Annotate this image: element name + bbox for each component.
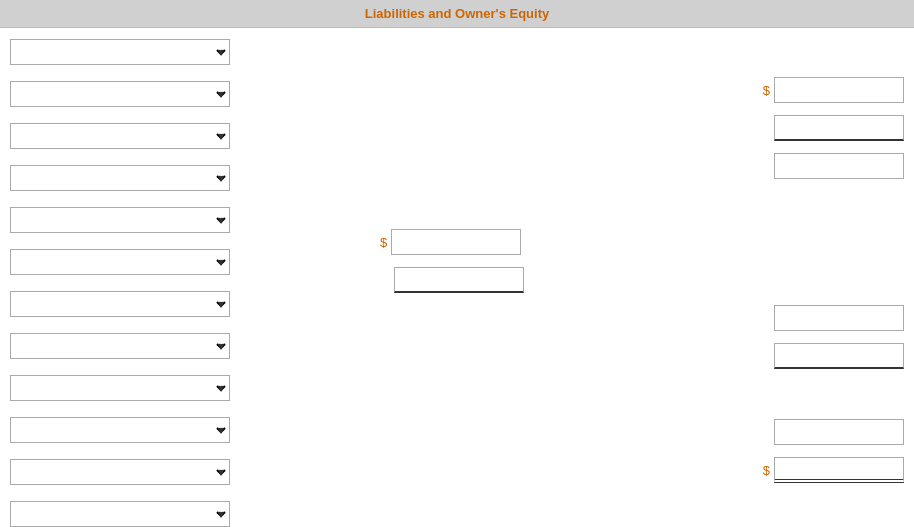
page-wrapper: Liabilities and Owner's Equity: [0, 0, 914, 527]
right-input-4[interactable]: [774, 153, 904, 179]
dropdown-3[interactable]: [10, 123, 230, 149]
right-input-9[interactable]: [774, 343, 904, 369]
dollar-sign-mid-6: $: [380, 235, 387, 250]
dropdown-1[interactable]: [10, 39, 230, 65]
right-spacer-6: [734, 226, 904, 258]
dropdown-wrapper-10: [10, 417, 230, 443]
dropdown-wrapper-1: [10, 39, 230, 65]
dropdown-wrapper-4: [10, 165, 230, 191]
dropdown-row-11: [10, 456, 340, 488]
mid-spacer-8: [380, 302, 734, 334]
dropdown-7[interactable]: [10, 291, 230, 317]
dropdown-8[interactable]: [10, 333, 230, 359]
dropdown-wrapper-5: [10, 207, 230, 233]
mid-spacer-9: [380, 340, 734, 372]
dropdown-wrapper-6: [10, 249, 230, 275]
dropdown-wrapper-7: [10, 291, 230, 317]
right-input-2[interactable]: [774, 77, 904, 103]
right-spacer-10: [734, 378, 904, 410]
mid-spacer-5: [380, 188, 734, 220]
right-row-3: [734, 112, 904, 144]
right-row-11: [734, 416, 904, 448]
mid-input-6[interactable]: [391, 229, 521, 255]
dropdown-2[interactable]: [10, 81, 230, 107]
dropdown-wrapper-12: [10, 501, 230, 527]
right-row-4: [734, 150, 904, 182]
mid-spacer-12: [380, 454, 734, 486]
dropdown-wrapper-11: [10, 459, 230, 485]
mid-spacer-10: [380, 378, 734, 410]
mid-spacer-1: [380, 36, 734, 68]
dropdown-wrapper-8: [10, 333, 230, 359]
dropdown-6[interactable]: [10, 249, 230, 275]
right-input-col: $: [734, 36, 914, 527]
mid-spacer-3: [380, 112, 734, 144]
middle-input-col: $: [340, 36, 734, 527]
right-row-12: $: [734, 454, 904, 486]
dropdown-row-7: [10, 288, 340, 320]
dropdown-wrapper-9: [10, 375, 230, 401]
dropdown-5[interactable]: [10, 207, 230, 233]
dropdown-wrapper-2: [10, 81, 230, 107]
dropdown-10[interactable]: [10, 417, 230, 443]
dollar-sign-right-2: $: [763, 83, 770, 98]
header-title: Liabilities and Owner's Equity: [365, 6, 549, 21]
dropdown-9[interactable]: [10, 375, 230, 401]
dropdown-row-5: [10, 204, 340, 236]
mid-spacer-2: [380, 74, 734, 106]
right-row-9: [734, 340, 904, 372]
mid-spacer-4: [380, 150, 734, 182]
right-input-12[interactable]: [774, 457, 904, 483]
dropdown-row-1: [10, 36, 340, 68]
dropdown-row-4: [10, 162, 340, 194]
dropdown-4[interactable]: [10, 165, 230, 191]
mid-row-6: $: [380, 226, 734, 258]
section-header: Liabilities and Owner's Equity: [0, 0, 914, 28]
dollar-sign-right-12: $: [763, 463, 770, 478]
dropdown-wrapper-3: [10, 123, 230, 149]
dropdown-row-12: [10, 498, 340, 527]
right-input-11[interactable]: [774, 419, 904, 445]
right-row-2: $: [734, 74, 904, 106]
dropdown-row-8: [10, 330, 340, 362]
right-spacer-1: [734, 36, 904, 68]
right-spacer-7: [734, 264, 904, 296]
mid-spacer-11: [380, 416, 734, 448]
mid-input-7[interactable]: [394, 267, 524, 293]
dropdown-row-3: [10, 120, 340, 152]
dropdown-row-2: [10, 78, 340, 110]
right-input-8[interactable]: [774, 305, 904, 331]
dropdown-row-6: [10, 246, 340, 278]
right-row-8: [734, 302, 904, 334]
left-dropdown-col: [0, 36, 340, 527]
mid-row-7: [380, 264, 734, 296]
dropdown-12[interactable]: [10, 501, 230, 527]
right-input-3[interactable]: [774, 115, 904, 141]
dropdown-row-10: [10, 414, 340, 446]
dropdown-row-9: [10, 372, 340, 404]
dropdown-11[interactable]: [10, 459, 230, 485]
right-spacer-5: [734, 188, 904, 220]
